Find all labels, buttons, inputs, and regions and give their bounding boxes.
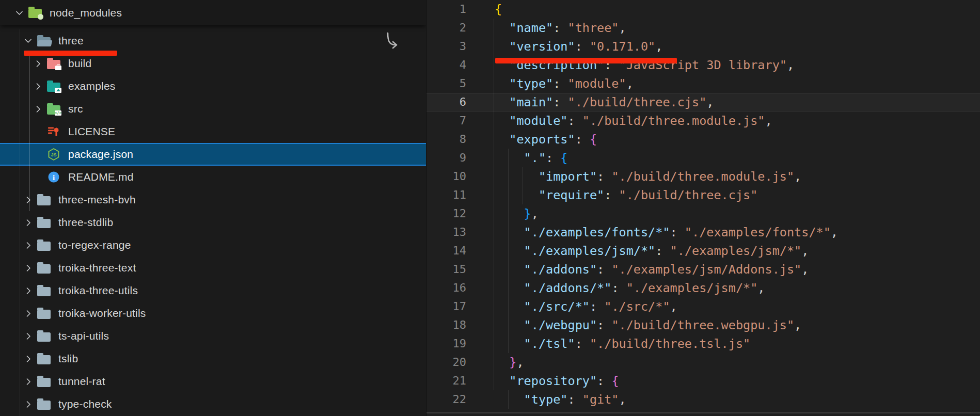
- code-line-content[interactable]: "name": "three",: [466, 19, 980, 37]
- chevron-right-icon[interactable]: [24, 286, 33, 295]
- chevron-right-icon[interactable]: [24, 399, 33, 409]
- line-number[interactable]: 14: [426, 242, 466, 260]
- tree-item-ts-api-utils[interactable]: ts-api-utils: [0, 325, 426, 347]
- code-line-7[interactable]: 7 "module": "./build/three.module.js",: [426, 111, 980, 130]
- tree-item-to-regex-range[interactable]: to-regex-range: [0, 234, 426, 257]
- line-number[interactable]: 4: [426, 56, 466, 74]
- code-line-content[interactable]: "./src/*": "./src/*",: [466, 297, 980, 316]
- chevron-right-icon[interactable]: [24, 263, 33, 273]
- code-line-22[interactable]: 22 "type": "git",: [426, 390, 980, 409]
- tree-item-troika-three-text[interactable]: troika-three-text: [0, 257, 426, 279]
- code-line-19[interactable]: 19 "./tsl": "./build/three.tsl.js": [426, 334, 980, 353]
- code-line-content[interactable]: "main": "./build/three.cjs",: [466, 93, 980, 111]
- tree-item-three-stdlib[interactable]: three-stdlib: [0, 211, 426, 234]
- code-line-17[interactable]: 17 "./src/*": "./src/*",: [426, 297, 980, 316]
- code-line-21[interactable]: 21 "repository": {: [426, 372, 980, 390]
- chevron-down-icon[interactable]: [24, 36, 33, 45]
- code-line-content[interactable]: "./addons": "./examples/jsm/Addons.js",: [466, 260, 980, 279]
- code-line-content[interactable]: ".": {: [466, 149, 980, 167]
- line-number[interactable]: 21: [426, 372, 466, 390]
- line-number[interactable]: 17: [426, 297, 466, 316]
- code-line-13[interactable]: 13 "./examples/fonts/*": "./examples/fon…: [426, 223, 980, 242]
- line-number[interactable]: 10: [426, 167, 466, 186]
- code-line-content[interactable]: {: [466, 0, 980, 19]
- line-number[interactable]: 22: [426, 390, 466, 409]
- code-line-10[interactable]: 10 "import": "./build/three.module.js",: [426, 167, 980, 186]
- line-number[interactable]: 7: [426, 111, 466, 130]
- line-number[interactable]: 1: [426, 0, 466, 19]
- code-line-3[interactable]: 3 "version": "0.171.0",: [426, 37, 980, 56]
- code-line-16[interactable]: 16 "./addons/*": "./examples/jsm/*",: [426, 279, 980, 297]
- code-line-6[interactable]: 6 "main": "./build/three.cjs",: [426, 93, 980, 111]
- code-line-content[interactable]: "import": "./build/three.module.js",: [466, 167, 980, 186]
- code-line-15[interactable]: 15 "./addons": "./examples/jsm/Addons.js…: [426, 260, 980, 279]
- code-line-content[interactable]: "./tsl": "./build/three.tsl.js": [466, 334, 980, 353]
- code-line-content[interactable]: "./addons/*": "./examples/jsm/*",: [466, 279, 980, 297]
- line-number[interactable]: 12: [426, 204, 466, 223]
- code-line-11[interactable]: 11 "require": "./build/three.cjs": [426, 186, 980, 204]
- line-number[interactable]: 15: [426, 260, 466, 279]
- code-line-content[interactable]: "./examples/jsm/*": "./examples/jsm/*",: [466, 242, 980, 260]
- code-line-content[interactable]: "./examples/fonts/*": "./examples/fonts/…: [466, 223, 980, 242]
- tree-item-package.json[interactable]: JSpackage.json: [0, 143, 426, 166]
- code-line-content[interactable]: "module": "./build/three.module.js",: [466, 111, 980, 130]
- tree-item-tslib[interactable]: tslib: [0, 347, 426, 370]
- line-number[interactable]: 8: [426, 130, 466, 149]
- chevron-right-icon[interactable]: [34, 104, 43, 114]
- tree-item-three-mesh-bvh[interactable]: three-mesh-bvh: [0, 188, 426, 211]
- chevron-right-icon[interactable]: [24, 377, 33, 386]
- line-number[interactable]: 11: [426, 186, 466, 204]
- chevron-right-icon[interactable]: [34, 82, 43, 91]
- code-line-14[interactable]: 14 "./examples/jsm/*": "./examples/jsm/*…: [426, 242, 980, 260]
- tree-item-examples[interactable]: examples: [0, 75, 426, 98]
- tree-item-README.md[interactable]: iREADME.md: [0, 166, 426, 188]
- code-line-9[interactable]: 9 ".": {: [426, 149, 980, 167]
- code-line-content[interactable]: "require": "./build/three.cjs": [466, 186, 980, 204]
- sticky-folder-node-modules[interactable]: node_modules: [0, 0, 426, 25]
- editor-pane[interactable]: 1{2 "name": "three",3 "version": "0.171.…: [426, 0, 980, 416]
- line-number[interactable]: 16: [426, 279, 466, 297]
- code-line-content[interactable]: "repository": {: [466, 372, 980, 390]
- code-line-content[interactable]: "exports": {: [466, 130, 980, 149]
- chevron-right-icon[interactable]: [24, 331, 33, 341]
- token-s: "./src/*": [604, 299, 670, 314]
- line-number[interactable]: 9: [426, 149, 466, 167]
- code-line-2[interactable]: 2 "name": "three",: [426, 19, 980, 37]
- code-line-5[interactable]: 5 "type": "module",: [426, 74, 980, 93]
- tree-item-label: troika-three-utils: [58, 284, 138, 297]
- code-line-content[interactable]: "type": "git",: [466, 390, 980, 409]
- chevron-right-icon[interactable]: [24, 309, 33, 318]
- chevron-down-icon[interactable]: [15, 8, 24, 18]
- line-number[interactable]: 18: [426, 316, 466, 334]
- code-line-12[interactable]: 12 },: [426, 204, 980, 223]
- line-number[interactable]: 2: [426, 19, 466, 37]
- chevron-right-icon[interactable]: [24, 241, 33, 250]
- code-line-20[interactable]: 20 },: [426, 353, 980, 372]
- editor-bottom-border: [426, 412, 980, 413]
- line-number[interactable]: 5: [426, 74, 466, 93]
- code-line-content[interactable]: },: [466, 204, 980, 223]
- chevron-right-icon[interactable]: [34, 59, 43, 68]
- code-line-content[interactable]: "version": "0.171.0",: [466, 37, 980, 56]
- tree-item-LICENSE[interactable]: LICENSE: [0, 120, 426, 143]
- line-number[interactable]: 3: [426, 37, 466, 56]
- tree-item-type-check[interactable]: type-check: [0, 393, 426, 415]
- tree-item-three[interactable]: three: [0, 29, 426, 52]
- code-line-content[interactable]: "type": "module",: [466, 74, 980, 93]
- chevron-right-icon[interactable]: [24, 195, 33, 204]
- code-line-18[interactable]: 18 "./webgpu": "./build/three.webgpu.js"…: [426, 316, 980, 334]
- tree-item-troika-three-utils[interactable]: troika-three-utils: [0, 279, 426, 302]
- line-number[interactable]: 6: [426, 93, 466, 111]
- tree-item-tunnel-rat[interactable]: tunnel-rat: [0, 370, 426, 393]
- code-line-1[interactable]: 1{: [426, 0, 980, 19]
- code-line-8[interactable]: 8 "exports": {: [426, 130, 980, 149]
- code-line-content[interactable]: },: [466, 353, 980, 372]
- tree-item-troika-worker-utils[interactable]: troika-worker-utils: [0, 302, 426, 325]
- code-line-content[interactable]: "./webgpu": "./build/three.webgpu.js",: [466, 316, 980, 334]
- chevron-right-icon[interactable]: [24, 354, 33, 363]
- chevron-right-icon[interactable]: [24, 218, 33, 227]
- line-number[interactable]: 19: [426, 334, 466, 353]
- line-number[interactable]: 20: [426, 353, 466, 372]
- line-number[interactable]: 13: [426, 223, 466, 242]
- tree-item-src[interactable]: </>src: [0, 98, 426, 120]
